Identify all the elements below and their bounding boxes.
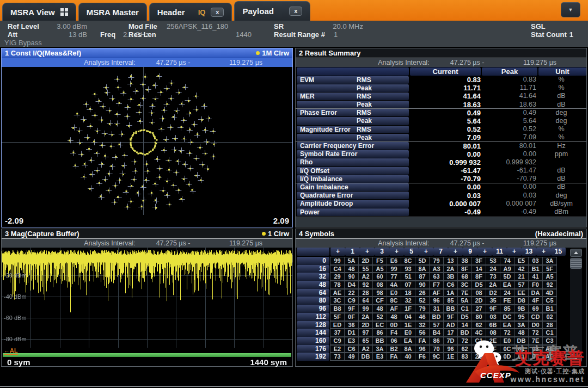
field-res-len[interactable]: Res Len1440 (128, 30, 252, 39)
window-symbols[interactable]: 4 Symbols (Hexadecimal) Analysis Interva… (295, 229, 587, 367)
symbol-byte-cell: 73 (330, 353, 345, 361)
symbol-byte-cell: 46 (415, 313, 430, 321)
symbol-byte-cell: 21 (514, 273, 529, 281)
symbol-byte-cell: B1 (542, 305, 557, 313)
field-sgl[interactable]: SGL (531, 22, 546, 30)
result-current-value: 0.03 (409, 192, 481, 200)
magnitude-plot[interactable] (2, 248, 292, 353)
menu-dropdown-button[interactable]: ▼ (561, 2, 580, 17)
result-peak-value: 5.64 (481, 117, 536, 125)
scroll-up-button[interactable] (570, 249, 582, 257)
symbols-scrollbar[interactable] (570, 249, 582, 362)
window-title: 2 Result Summary (299, 49, 360, 57)
symbol-byte-cell: 73 (486, 273, 500, 281)
field-value: 3.00 dBm (50, 22, 87, 30)
field-label: Ref Level (8, 22, 50, 30)
result-summary-title-bar[interactable]: 2 Result Summary (296, 48, 586, 58)
field-yig-bypass[interactable]: YIG Bypass (4, 39, 42, 47)
tab-header[interactable]: HeaderIQx (149, 3, 232, 21)
symbol-byte-cell: C9 (330, 337, 345, 345)
field-label: SR (274, 22, 328, 30)
symbols-column-header: + (389, 248, 404, 256)
result-param-cell: Symbol Rate Error (297, 150, 409, 158)
symbol-byte-cell: 8C (401, 257, 415, 265)
tab-payload[interactable]: Payloadx (234, 1, 310, 21)
symbol-byte-cell: 1A (443, 289, 458, 297)
window-result-summary[interactable]: 2 Result Summary Analysis Interval: 47.2… (295, 48, 587, 227)
field-result-range[interactable]: Result Range #1 (274, 30, 338, 39)
result-param-cell: Rho (297, 158, 409, 166)
x-start-label: 0 sym (7, 358, 30, 366)
result-stat-label: Peak (357, 117, 372, 125)
result-param-cell: Magnitude ErrorRMS (297, 126, 409, 133)
magnitude-title-bar[interactable]: 3 Mag(Capture Buffer) 1 Clrw (2, 229, 292, 239)
result-stat-label: Peak (357, 101, 372, 108)
tab-msra-master[interactable]: MSRA Master (78, 3, 147, 21)
field-sr[interactable]: SR20.0 MHz (274, 22, 363, 30)
result-param-label: MER (300, 93, 315, 100)
constellation-plot[interactable] (2, 67, 292, 215)
symbol-byte-cell: AE (330, 289, 345, 297)
window-magnitude[interactable]: 3 Mag(Capture Buffer) 1 Clrw Analysis In… (1, 229, 293, 367)
result-stat-label: Peak (357, 134, 372, 141)
symbol-byte-cell: 92 (358, 281, 373, 289)
scroll-down-button[interactable] (570, 354, 582, 362)
symbol-byte-cell: 74 (500, 257, 514, 265)
window-constellation[interactable]: 1 Const I/Q(Meas&Ref) 1M Clrw Analysis I… (1, 48, 293, 227)
result-row: Gain Imbalance0.000.00dB (296, 183, 586, 191)
symbol-byte-cell: 57 (429, 321, 444, 329)
field-ref-level[interactable]: Ref Level3.00 dBm (8, 22, 87, 30)
symbol-byte-cell: 2E (486, 337, 500, 345)
symbols-column-header: + (477, 248, 492, 256)
symbol-byte-cell: 83 (457, 353, 472, 361)
symbol-byte-cell: 79 (429, 257, 444, 265)
symbol-byte-cell: 53 (486, 257, 500, 265)
field-att[interactable]: Att13 dB (8, 30, 87, 39)
window-title: 3 Mag(Capture Buffer) (5, 230, 79, 238)
result-current-value: 0.52 (409, 125, 481, 133)
result-peak-value: 0.000 007 (481, 200, 536, 208)
symbol-byte-cell: 14 (457, 321, 472, 329)
symbols-title-bar[interactable]: 4 Symbols (Hexadecimal) (296, 229, 586, 239)
symbol-byte-cell: 06 (387, 337, 401, 345)
analysis-interval-bar: Analysis Interval: 47.275 µs - 119.275 µ… (296, 239, 586, 248)
result-peak-value: 0.03 (481, 192, 536, 200)
field-value: 13 dB (50, 30, 87, 39)
result-row: Peak11.7111.71% (296, 84, 586, 92)
column-header-unit: Unit (538, 67, 586, 76)
scrollbar-thumb[interactable] (570, 258, 582, 269)
symbol-byte-cell: BD (457, 329, 472, 337)
symbols-column-header: 15 (551, 248, 566, 256)
field-stat-count[interactable]: Stat Count1 (531, 30, 573, 39)
result-peak-value: 0.999 932 (481, 158, 536, 167)
symbols-offset-label: 176 (297, 345, 329, 353)
result-summary-body: EVMRMS0.830.83%Peak11.7111.71%MERRMS41.6… (296, 76, 586, 216)
symbol-byte-cell: 48 (387, 313, 401, 321)
symbol-byte-cell: 3C (330, 297, 345, 305)
tab-msra-view[interactable]: MSRA View (2, 3, 76, 21)
constellation-title-bar[interactable]: 1 Const I/Q(Meas&Ref) 1M Clrw (2, 48, 292, 58)
symbol-byte-cell: 03 (486, 313, 500, 321)
result-unit: ppm (537, 150, 585, 158)
result-unit: deg (537, 192, 585, 200)
tab-close-icon[interactable]: x (289, 7, 302, 16)
analysis-range-green-bar (3, 353, 291, 357)
column-header-current: Current (410, 67, 481, 76)
symbol-byte-cell: 08 (372, 281, 387, 289)
symbols-column-header: + (419, 248, 433, 256)
tab-close-icon[interactable]: x (211, 8, 224, 17)
al-trigger-marker: ←AL (4, 347, 18, 355)
symbol-byte-cell: B1 (528, 265, 543, 273)
symbol-byte-cell: A9 (500, 265, 514, 273)
symbol-byte-cell: E0 (401, 329, 415, 337)
channel-settings-bar: Ref Level3.00 dBm Att13 dB Freq2.0 GHz M… (0, 21, 588, 47)
field-mod-file[interactable]: Mod File256APSK_116_180 (128, 22, 228, 30)
result-unit: deg (537, 109, 585, 117)
symbols-header-row: +1+3+5+7+9+11+13+15 (297, 248, 566, 256)
result-unit: dBm (537, 208, 585, 216)
symbol-byte-cell: 0F (344, 313, 359, 321)
result-row: Quadrature Error0.030.03deg (296, 192, 586, 200)
symbol-byte-cell: F4 (387, 329, 401, 337)
scrollbar-track[interactable] (570, 269, 582, 354)
result-param-cell: Peak (297, 134, 409, 141)
